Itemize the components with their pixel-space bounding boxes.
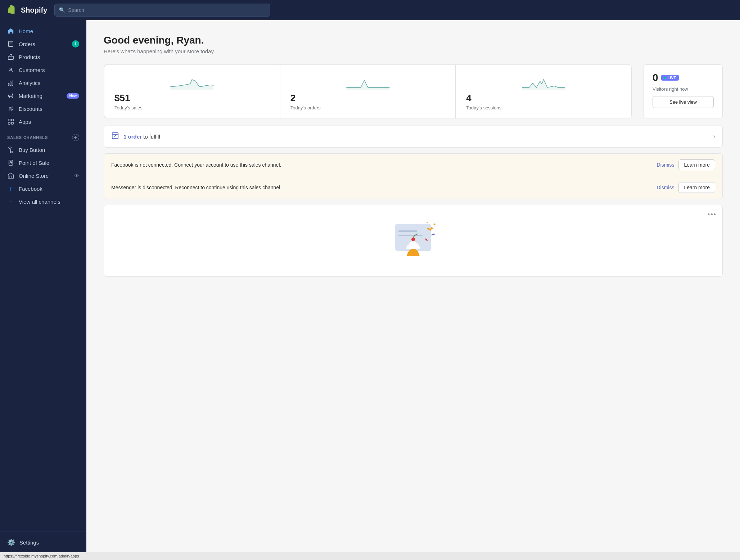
sidebar-item-label: Home xyxy=(19,28,33,34)
search-bar[interactable]: 🔍 xyxy=(54,4,270,17)
sidebar-item-analytics[interactable]: Analytics xyxy=(0,76,86,89)
sales-channels-header: SALES CHANNELS + xyxy=(0,128,86,143)
learn-more-messenger-button[interactable]: Learn more xyxy=(678,182,715,193)
notification-row-facebook: Facebook is not connected. Connect your … xyxy=(104,154,722,176)
status-bar: https://firexside.myshopify.com/admin/ap… xyxy=(0,552,740,560)
svg-rect-14 xyxy=(8,122,10,124)
sidebar-item-customers[interactable]: Customers xyxy=(0,63,86,76)
sales-chart xyxy=(114,72,270,90)
sidebar-item-point-of-sale[interactable]: Point of Sale xyxy=(0,156,86,169)
sessions-value: 4 xyxy=(466,92,621,104)
sidebar-item-label: Marketing xyxy=(19,93,42,99)
search-input[interactable] xyxy=(68,7,266,13)
svg-text:~: ~ xyxy=(426,220,428,225)
svg-text:✦: ✦ xyxy=(433,222,436,226)
stats-card-sales: $51 Today's sales xyxy=(104,65,280,118)
svg-point-17 xyxy=(12,152,13,153)
dismiss-facebook-link[interactable]: Dismiss xyxy=(656,162,674,168)
svg-rect-6 xyxy=(8,83,9,85)
svg-rect-33 xyxy=(431,234,435,236)
sidebar-item-label: View all channels xyxy=(19,199,60,205)
orders-value: 2 xyxy=(290,92,446,104)
products-icon xyxy=(7,53,14,60)
see-live-view-button[interactable]: See live view xyxy=(653,96,714,108)
status-url: https://firexside.myshopify.com/admin/ap… xyxy=(4,554,79,558)
svg-rect-19 xyxy=(9,160,13,165)
sidebar-nav: Home Orders 1 Products xyxy=(0,20,86,532)
live-badge: LIVE xyxy=(661,75,679,81)
sidebar-item-label: Products xyxy=(19,54,40,60)
svg-rect-7 xyxy=(10,82,11,85)
sidebar-item-home[interactable]: Home xyxy=(0,24,86,37)
analytics-icon xyxy=(7,79,14,86)
sessions-chart xyxy=(466,72,621,90)
live-dot xyxy=(664,77,666,79)
svg-rect-21 xyxy=(10,162,12,164)
apps-icon xyxy=(7,118,14,125)
shopify-logo: Shopify xyxy=(7,5,47,15)
sidebar-item-view-all-channels[interactable]: ··· View all channels xyxy=(0,195,86,208)
svg-rect-15 xyxy=(12,122,13,124)
sidebar-item-marketing[interactable]: Marketing New xyxy=(0,89,86,102)
sidebar-item-orders[interactable]: Orders 1 xyxy=(0,37,86,50)
search-icon: 🔍 xyxy=(59,7,65,13)
page-greeting: Good evening, Ryan. xyxy=(104,35,723,46)
sessions-label: Today's sessions xyxy=(466,105,621,110)
sidebar-item-online-store[interactable]: Online Store 👁 xyxy=(0,169,86,182)
discounts-icon xyxy=(7,105,14,112)
sidebar-item-label: Buy Button xyxy=(19,147,45,153)
topbar: Shopify 🔍 xyxy=(0,0,740,20)
orders-label: Today's orders xyxy=(290,105,446,110)
promo-menu-button[interactable]: ••• xyxy=(708,211,717,218)
home-icon xyxy=(7,27,14,35)
stats-card-orders: 2 Today's orders xyxy=(280,65,456,118)
chevron-right-icon: › xyxy=(713,133,715,140)
sales-value: $51 xyxy=(114,92,270,104)
marketing-icon xyxy=(7,92,14,99)
sidebar-bottom: ⚙️ Settings xyxy=(0,532,86,553)
pos-icon xyxy=(7,159,14,166)
notification-card: Facebook is not connected. Connect your … xyxy=(104,153,723,199)
promo-illustration: ✦ ~ ✦ xyxy=(388,217,438,260)
main-content: Good evening, Ryan. Here's what's happen… xyxy=(86,20,740,560)
sales-label: Today's sales xyxy=(114,105,270,110)
store-icon xyxy=(7,172,14,179)
learn-more-facebook-button[interactable]: Learn more xyxy=(678,159,715,170)
sidebar: Home Orders 1 Products xyxy=(0,20,86,560)
notification-text-messenger: Messenger is disconnected. Reconnect to … xyxy=(111,185,652,190)
live-value: 0 xyxy=(653,72,658,83)
marketing-badge: New xyxy=(67,93,79,99)
stats-card-sessions: 4 Today's sessions xyxy=(456,65,632,118)
sidebar-item-facebook[interactable]: f Facebook xyxy=(0,182,86,195)
fulfill-row[interactable]: 1 order to fulfill › xyxy=(104,126,723,148)
sidebar-item-label: Online Store xyxy=(19,173,49,179)
svg-rect-12 xyxy=(8,119,10,121)
fulfill-text: 1 order to fulfill xyxy=(123,134,713,140)
sidebar-item-discounts[interactable]: Discounts xyxy=(0,102,86,115)
svg-rect-13 xyxy=(12,119,13,121)
sidebar-item-apps[interactable]: Apps xyxy=(0,115,86,128)
svg-point-31 xyxy=(411,238,415,241)
sidebar-item-settings[interactable]: ⚙️ Settings xyxy=(7,536,79,548)
svg-point-5 xyxy=(10,68,12,70)
orders-icon xyxy=(7,40,14,48)
orders-badge: 1 xyxy=(72,40,79,48)
customers-icon xyxy=(7,66,14,73)
promo-card: ••• xyxy=(104,205,723,277)
logo-text: Shopify xyxy=(21,6,47,14)
notification-row-messenger: Messenger is disconnected. Reconnect to … xyxy=(104,176,722,199)
sidebar-item-label: Analytics xyxy=(19,80,40,86)
live-label: Visitors right now xyxy=(653,86,714,92)
sidebar-item-label: Point of Sale xyxy=(19,160,49,166)
settings-label: Settings xyxy=(19,539,39,546)
sidebar-item-products[interactable]: Products xyxy=(0,50,86,63)
fulfill-count: 1 order xyxy=(123,134,142,140)
svg-point-9 xyxy=(9,107,11,109)
add-channel-button[interactable]: + xyxy=(72,134,79,141)
dismiss-messenger-link[interactable]: Dismiss xyxy=(656,185,674,190)
sidebar-item-label: Customers xyxy=(19,67,45,73)
orders-chart xyxy=(290,72,446,90)
svg-rect-8 xyxy=(12,81,13,86)
notification-text-facebook: Facebook is not connected. Connect your … xyxy=(111,162,652,168)
sidebar-item-buy-button[interactable]: </> Buy Button xyxy=(0,143,86,156)
